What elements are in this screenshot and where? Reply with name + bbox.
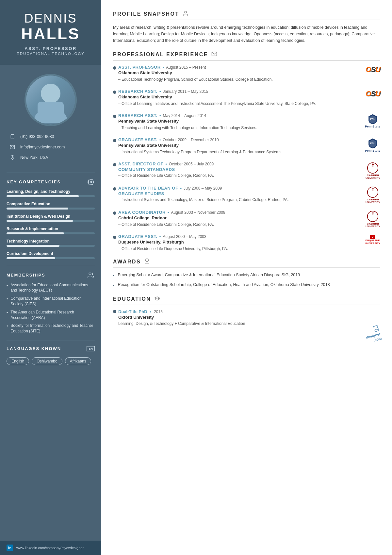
awards-section-title: AWARDS [113, 258, 380, 268]
language-tag: Oshiwambo [32, 357, 62, 365]
phone-icon [9, 133, 16, 140]
exp-bullet-col [113, 89, 118, 107]
bullet: • [7, 310, 8, 321]
exp-desc: Office of Residence Life Cabrini College… [118, 222, 351, 227]
award-text: Emerging Scholar Award, Comparative & In… [118, 272, 300, 279]
exp-bullet-col [113, 186, 118, 203]
exp-header: GRADUATE ASST. • August 2000 – May 2003 [118, 234, 351, 239]
pennstate-logo: PSU PennState [365, 138, 380, 152]
exp-title: AREA COORDINATOR [118, 210, 166, 215]
bullet: • [7, 324, 8, 334]
email-icon [9, 144, 16, 150]
exp-header: ASST. DIRECTOR OF • October 2005 – July … [118, 161, 351, 166]
competency-item: Curriculum Development [7, 251, 95, 259]
exp-bullet-col [113, 113, 118, 131]
competency-bar-bg [7, 208, 95, 210]
competency-bar-fill [7, 220, 73, 222]
svg-point-7 [90, 181, 92, 183]
competency-bar-bg [7, 245, 95, 247]
cabrini-logo: ✝ CABRINI UNIVERSITY [366, 162, 380, 179]
exp-header: RESEARCH ASST. • January 2011 – May 2015 [118, 89, 351, 94]
edu-org: Oxford University [118, 315, 380, 320]
edu-bullet [113, 310, 116, 313]
exp-header: AREA COORDINATOR • August 2003 – Novembe… [118, 210, 351, 215]
exp-title: RESEARCH ASST. [118, 89, 157, 94]
edu-desc: Learning, Design, & Technology + Compara… [118, 321, 380, 327]
svg-point-8 [89, 273, 91, 275]
competency-bar-fill [7, 245, 59, 247]
exp-desc: Instructional Systems and Technology, Ma… [118, 197, 351, 203]
exp-content: GRADUATE ASST. • October 2009 – December… [118, 137, 354, 155]
exp-bullet-col [113, 234, 118, 252]
linkedin-icon: in [7, 545, 13, 551]
competency-item: Learning, Design, and Technology [7, 189, 95, 197]
contact-email: info@mycvdesigner.com [9, 144, 92, 150]
education-section-title: EDUCATION [113, 295, 380, 305]
competency-list: Learning, Design, and Technology Compara… [0, 189, 101, 264]
exp-org: Oklahoma State University [118, 94, 351, 99]
competency-item: Technology Integration [7, 239, 95, 247]
job-department: EDUCATIONAL TECHNOLOGY [7, 52, 95, 56]
exp-content: GRADUATE ASST. • August 2000 – May 2003 … [118, 234, 354, 252]
exp-header: ADVISOR TO THE DEAN OF • July 2008 – May… [118, 186, 351, 191]
edu-bullet-col [113, 309, 118, 327]
exp-date: January 2011 – May 2015 [163, 89, 208, 94]
members-icon [87, 271, 95, 279]
exp-bullet [113, 187, 116, 191]
exp-header: RESEARCH ASST. • May 2014 – August 2014 [118, 113, 351, 118]
membership-text: The American Educational Research Associ… [10, 310, 95, 321]
svg-text:✝: ✝ [371, 163, 375, 168]
exp-bullet [113, 163, 116, 166]
award-text: Recognition for Outstanding Scholarship,… [118, 282, 330, 289]
linkedin-bar[interactable]: in www.linkedin.com/company/mycvdesigner [0, 541, 101, 555]
education-icon [154, 295, 160, 303]
competency-item: Institutional Design & Web Design [7, 214, 95, 222]
exp-date: October 2005 – July 2009 [169, 162, 214, 166]
exp-date: May 2014 – August 2014 [163, 113, 206, 118]
membership-item: •The American Educational Research Assoc… [7, 310, 95, 321]
svg-text:✝: ✝ [371, 187, 375, 192]
osu-logo: OSU [366, 90, 380, 98]
competency-bar-fill [7, 195, 79, 197]
svg-text:✝: ✝ [371, 211, 375, 216]
memberships-list: •Association for Educational Communicati… [0, 282, 101, 339]
svg-text:PSU: PSU [370, 118, 375, 121]
svg-point-9 [185, 11, 187, 13]
exp-date: October 2009 – December 2010 [163, 138, 219, 142]
experience-icon [211, 51, 217, 58]
name-first: DENNIS [7, 12, 95, 25]
experience-entry: GRADUATE ASST. • October 2009 – December… [113, 137, 380, 155]
competency-label: Research & Implementation [7, 227, 95, 231]
contact-phone: (91) 933-092-9083 [9, 133, 92, 140]
exp-title: ASST. PROFESSOR [118, 65, 161, 70]
experience-entry: ASST. PROFESSOR • August 2015 – Present … [113, 65, 380, 82]
avatar [24, 74, 77, 126]
edu-content: Dual-Title PhD • 2015 Oxford University … [118, 309, 380, 327]
exp-desc: Instructional Systems Technology Program… [118, 149, 351, 155]
cabrini-logo: ✝ CABRINI UNIVERSITY [366, 210, 380, 227]
exp-logo: ✝ CABRINI UNIVERSITY [354, 186, 380, 203]
competency-bar-fill [7, 232, 64, 234]
competency-bar-bg [7, 220, 95, 222]
exp-title: ADVISOR TO THE DEAN OF [118, 186, 178, 191]
exp-title2: COMMUNITY STANDARDS [118, 167, 175, 172]
svg-rect-2 [38, 102, 64, 121]
exp-date: July 2008 – May 2009 [184, 186, 222, 191]
award-bullet: • [113, 273, 114, 279]
competency-label: Curriculum Development [7, 251, 95, 256]
exp-bullet [113, 91, 116, 94]
exp-desc: Educational Technology Program, School o… [118, 76, 351, 82]
exp-logo: PSU PennState [354, 113, 380, 131]
exp-title: ASST. DIRECTOR OF [118, 161, 163, 166]
exp-title: GRADUATE ASST. [118, 137, 157, 142]
languages-section: EnglishOshiwamboAfrikaans [0, 355, 101, 370]
exp-logo: PSU PennState [354, 137, 380, 155]
exp-org: Pennsylvania State University [118, 119, 351, 124]
exp-bullet [113, 211, 116, 215]
awards-list: •Emerging Scholar Award, Comparative & I… [113, 272, 380, 289]
exp-logo: ✝ CABRINI UNIVERSITY [354, 210, 380, 227]
awards-icon [144, 258, 150, 265]
exp-org: Cabrini College, Radnor [118, 215, 351, 220]
duquesne-logo: D DUQUESNE UNIVERSITY [365, 235, 380, 245]
exp-date: August 2015 – Present [166, 65, 206, 70]
